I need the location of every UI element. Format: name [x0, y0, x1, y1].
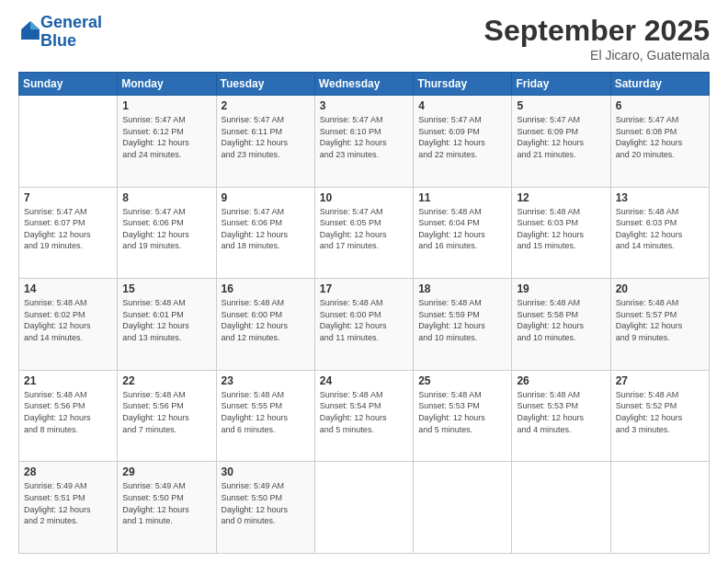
day-number: 18	[418, 282, 506, 295]
day-number: 27	[616, 374, 704, 387]
cell-info: Sunrise: 5:48 AM Sunset: 6:02 PM Dayligh…	[24, 297, 112, 343]
cal-cell: 20Sunrise: 5:48 AM Sunset: 5:57 PM Dayli…	[610, 279, 709, 371]
cal-cell: 8Sunrise: 5:47 AM Sunset: 6:06 PM Daylig…	[118, 187, 216, 279]
cal-cell	[610, 462, 709, 554]
day-number: 25	[418, 374, 506, 387]
cal-cell: 9Sunrise: 5:47 AM Sunset: 6:06 PM Daylig…	[216, 187, 314, 279]
cal-cell	[512, 462, 610, 554]
day-number: 20	[616, 282, 704, 295]
col-header-thursday: Thursday	[414, 73, 512, 96]
logo-icon	[20, 20, 40, 40]
day-number: 10	[320, 191, 408, 204]
cal-cell: 13Sunrise: 5:48 AM Sunset: 6:03 PM Dayli…	[610, 187, 709, 279]
day-number: 6	[616, 99, 704, 112]
day-number: 17	[320, 282, 408, 295]
cal-cell	[414, 462, 512, 554]
day-number: 23	[222, 374, 310, 387]
cell-info: Sunrise: 5:47 AM Sunset: 6:05 PM Dayligh…	[320, 206, 408, 252]
week-row-3: 21Sunrise: 5:48 AM Sunset: 5:56 PM Dayli…	[19, 370, 710, 462]
col-header-wednesday: Wednesday	[314, 73, 413, 96]
cal-cell	[19, 96, 118, 188]
cell-info: Sunrise: 5:48 AM Sunset: 5:54 PM Dayligh…	[320, 389, 408, 435]
month-title: September 2025	[484, 14, 710, 48]
day-number: 3	[320, 99, 408, 112]
cell-info: Sunrise: 5:47 AM Sunset: 6:11 PM Dayligh…	[222, 114, 310, 160]
logo: General Blue	[18, 14, 102, 51]
cal-cell: 24Sunrise: 5:48 AM Sunset: 5:54 PM Dayli…	[314, 370, 413, 462]
cell-info: Sunrise: 5:48 AM Sunset: 6:03 PM Dayligh…	[517, 206, 605, 252]
cell-info: Sunrise: 5:47 AM Sunset: 6:12 PM Dayligh…	[122, 114, 210, 160]
cell-info: Sunrise: 5:47 AM Sunset: 6:08 PM Dayligh…	[616, 114, 704, 160]
cell-info: Sunrise: 5:48 AM Sunset: 5:53 PM Dayligh…	[418, 389, 506, 435]
day-number: 21	[24, 374, 112, 387]
day-number: 15	[122, 282, 210, 295]
day-number: 12	[517, 191, 605, 204]
cal-cell: 5Sunrise: 5:47 AM Sunset: 6:09 PM Daylig…	[512, 96, 610, 188]
day-number: 1	[122, 99, 210, 112]
cell-info: Sunrise: 5:47 AM Sunset: 6:09 PM Dayligh…	[418, 114, 506, 160]
cal-cell: 14Sunrise: 5:48 AM Sunset: 6:02 PM Dayli…	[19, 279, 118, 371]
cell-info: Sunrise: 5:48 AM Sunset: 6:00 PM Dayligh…	[320, 297, 408, 343]
cal-cell: 2Sunrise: 5:47 AM Sunset: 6:11 PM Daylig…	[216, 96, 314, 188]
title-block: September 2025 El Jicaro, Guatemala	[484, 14, 710, 63]
cell-info: Sunrise: 5:47 AM Sunset: 6:10 PM Dayligh…	[320, 114, 408, 160]
col-header-friday: Friday	[512, 73, 610, 96]
cal-cell: 1Sunrise: 5:47 AM Sunset: 6:12 PM Daylig…	[118, 96, 216, 188]
header: General Blue September 2025 El Jicaro, G…	[18, 14, 710, 63]
col-header-tuesday: Tuesday	[216, 73, 314, 96]
header-row: SundayMondayTuesdayWednesdayThursdayFrid…	[19, 73, 710, 96]
cal-cell: 19Sunrise: 5:48 AM Sunset: 5:58 PM Dayli…	[512, 279, 610, 371]
calendar-table: SundayMondayTuesdayWednesdayThursdayFrid…	[18, 72, 710, 554]
cal-cell: 22Sunrise: 5:48 AM Sunset: 5:56 PM Dayli…	[118, 370, 216, 462]
cell-info: Sunrise: 5:48 AM Sunset: 5:59 PM Dayligh…	[418, 297, 506, 343]
cell-info: Sunrise: 5:48 AM Sunset: 5:56 PM Dayligh…	[24, 389, 112, 435]
day-number: 30	[222, 465, 310, 478]
cell-info: Sunrise: 5:47 AM Sunset: 6:07 PM Dayligh…	[24, 206, 112, 252]
week-row-1: 7Sunrise: 5:47 AM Sunset: 6:07 PM Daylig…	[19, 187, 710, 279]
day-number: 5	[517, 99, 605, 112]
cal-cell: 7Sunrise: 5:47 AM Sunset: 6:07 PM Daylig…	[19, 187, 118, 279]
cell-info: Sunrise: 5:48 AM Sunset: 6:00 PM Dayligh…	[222, 297, 310, 343]
cal-cell: 11Sunrise: 5:48 AM Sunset: 6:04 PM Dayli…	[414, 187, 512, 279]
cal-cell: 16Sunrise: 5:48 AM Sunset: 6:00 PM Dayli…	[216, 279, 314, 371]
cell-info: Sunrise: 5:48 AM Sunset: 5:52 PM Dayligh…	[616, 389, 704, 435]
logo-line1: General	[40, 13, 102, 31]
logo-text: General Blue	[40, 14, 102, 51]
cell-info: Sunrise: 5:48 AM Sunset: 5:58 PM Dayligh…	[517, 297, 605, 343]
week-row-2: 14Sunrise: 5:48 AM Sunset: 6:02 PM Dayli…	[19, 279, 710, 371]
page: General Blue September 2025 El Jicaro, G…	[0, 0, 728, 563]
cal-cell: 4Sunrise: 5:47 AM Sunset: 6:09 PM Daylig…	[414, 96, 512, 188]
day-number: 26	[517, 374, 605, 387]
logo-line2: Blue	[40, 31, 76, 50]
cell-info: Sunrise: 5:48 AM Sunset: 6:03 PM Dayligh…	[616, 206, 704, 252]
cal-cell: 27Sunrise: 5:48 AM Sunset: 5:52 PM Dayli…	[610, 370, 709, 462]
cal-cell: 15Sunrise: 5:48 AM Sunset: 6:01 PM Dayli…	[118, 279, 216, 371]
day-number: 4	[418, 99, 506, 112]
cal-cell: 23Sunrise: 5:48 AM Sunset: 5:55 PM Dayli…	[216, 370, 314, 462]
day-number: 11	[418, 191, 506, 204]
col-header-sunday: Sunday	[19, 73, 118, 96]
day-number: 2	[222, 99, 310, 112]
cell-info: Sunrise: 5:48 AM Sunset: 6:04 PM Dayligh…	[418, 206, 506, 252]
svg-marker-1	[30, 21, 40, 29]
cal-cell: 26Sunrise: 5:48 AM Sunset: 5:53 PM Dayli…	[512, 370, 610, 462]
cal-cell: 25Sunrise: 5:48 AM Sunset: 5:53 PM Dayli…	[414, 370, 512, 462]
cal-cell: 6Sunrise: 5:47 AM Sunset: 6:08 PM Daylig…	[610, 96, 709, 188]
col-header-saturday: Saturday	[610, 73, 709, 96]
day-number: 16	[222, 282, 310, 295]
cal-cell: 21Sunrise: 5:48 AM Sunset: 5:56 PM Dayli…	[19, 370, 118, 462]
cell-info: Sunrise: 5:48 AM Sunset: 5:55 PM Dayligh…	[222, 389, 310, 435]
day-number: 24	[320, 374, 408, 387]
cal-cell: 30Sunrise: 5:49 AM Sunset: 5:50 PM Dayli…	[216, 462, 314, 554]
day-number: 8	[122, 191, 210, 204]
day-number: 14	[24, 282, 112, 295]
cell-info: Sunrise: 5:47 AM Sunset: 6:06 PM Dayligh…	[122, 206, 210, 252]
cal-cell: 10Sunrise: 5:47 AM Sunset: 6:05 PM Dayli…	[314, 187, 413, 279]
cal-cell: 29Sunrise: 5:49 AM Sunset: 5:50 PM Dayli…	[118, 462, 216, 554]
cell-info: Sunrise: 5:48 AM Sunset: 5:57 PM Dayligh…	[616, 297, 704, 343]
cal-cell: 3Sunrise: 5:47 AM Sunset: 6:10 PM Daylig…	[314, 96, 413, 188]
cell-info: Sunrise: 5:49 AM Sunset: 5:51 PM Dayligh…	[24, 480, 112, 526]
cal-cell: 18Sunrise: 5:48 AM Sunset: 5:59 PM Dayli…	[414, 279, 512, 371]
location: El Jicaro, Guatemala	[484, 48, 710, 63]
col-header-monday: Monday	[118, 73, 216, 96]
